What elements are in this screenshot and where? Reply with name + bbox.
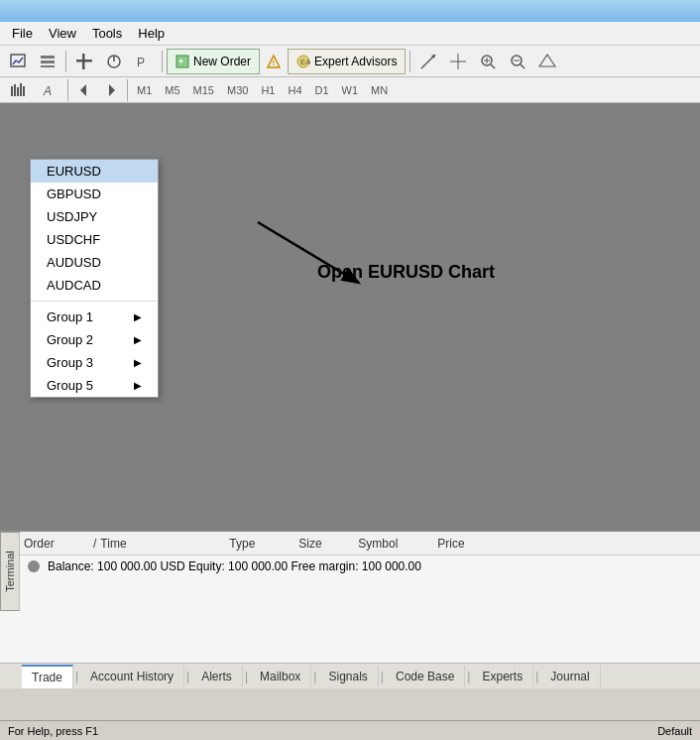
svg-rect-27	[11, 86, 13, 96]
tf-d1[interactable]: D1	[309, 81, 335, 99]
tf-arrow-left[interactable]	[71, 77, 97, 103]
col-time: Time	[100, 537, 229, 551]
balance-icon	[28, 560, 40, 572]
toolbar-period-sep[interactable]: P	[130, 49, 158, 74]
col-size: Size	[298, 537, 358, 551]
tf-arrow-right[interactable]	[98, 77, 124, 103]
sep-1: |	[73, 670, 80, 683]
chart-area: EURUSD GBPUSD USDJPY USDCHF AUDUSD AUDCA…	[0, 103, 700, 530]
tab-codebase[interactable]: Code Base	[386, 666, 465, 687]
sep-4: |	[311, 670, 318, 683]
terminal-label: Terminal	[4, 551, 16, 592]
tf-m15[interactable]: M15	[187, 81, 220, 99]
dropdown-audusd[interactable]: AUDUSD	[31, 251, 158, 274]
toolbar-new-chart[interactable]	[4, 49, 32, 74]
toolbar-crosshair[interactable]	[444, 49, 472, 74]
timeframe-bar: A M1 M5 M15 M30 H1 H4 D1 W1 MN	[0, 77, 700, 103]
toolbar-scroll[interactable]	[533, 49, 561, 74]
tab-alerts[interactable]: Alerts	[191, 666, 243, 687]
tf-m30[interactable]: M30	[221, 81, 254, 99]
tab-mailbox[interactable]: Mailbox	[250, 666, 311, 687]
dropdown-group3[interactable]: Group 3 ▶	[31, 351, 158, 374]
menu-view[interactable]: View	[41, 24, 84, 43]
title-bar	[0, 0, 700, 22]
dropdown-gbpusd[interactable]: GBPUSD	[31, 183, 158, 205]
svg-rect-29	[17, 87, 19, 96]
col-symbol: Symbol	[358, 537, 437, 551]
menu-bar: File View Tools Help	[0, 22, 700, 46]
dropdown-group2[interactable]: Group 2 ▶	[31, 328, 158, 351]
toolbar-zoom-in[interactable]	[70, 49, 98, 74]
dropdown-usdchf[interactable]: USDCHF	[31, 228, 158, 251]
sep-2: |	[184, 670, 191, 683]
tab-journal[interactable]: Journal	[540, 666, 600, 687]
sep-6: |	[465, 670, 472, 683]
svg-text:EA: EA	[300, 58, 310, 66]
svg-text:+: +	[178, 57, 183, 66]
tf-w1[interactable]: W1	[336, 81, 365, 99]
tf-mn[interactable]: MN	[365, 81, 394, 99]
bottom-panel: Order / Time Type Size Symbol Price Bala…	[0, 530, 700, 688]
dropdown-eurusd[interactable]: EURUSD	[31, 160, 158, 183]
bottom-tabs: Trade | Account History | Alerts | Mailb…	[0, 663, 700, 688]
symbol-dropdown: EURUSD GBPUSD USDJPY USDCHF AUDUSD AUDCA…	[30, 159, 159, 398]
menu-help[interactable]: Help	[130, 24, 173, 43]
col-type: Type	[229, 537, 298, 551]
tf-font-icon[interactable]: A	[37, 77, 64, 103]
tf-m5[interactable]: M5	[159, 81, 185, 99]
svg-text:!: !	[273, 59, 276, 67]
tab-trade[interactable]: Trade	[22, 665, 73, 688]
toolbar-profiles[interactable]	[34, 49, 61, 74]
tf-h4[interactable]: H4	[282, 81, 307, 99]
annotation-text: Open EURUSD Chart	[317, 262, 495, 283]
tab-experts[interactable]: Experts	[472, 666, 533, 687]
dropdown-sep	[31, 301, 158, 302]
toolbar: P + New Order ! EA Expert Advisors	[0, 46, 700, 77]
balance-text: Balance: 100 000.00 USD Equity: 100 000.…	[48, 559, 421, 573]
tf-h1[interactable]: H1	[255, 81, 281, 99]
annotation-arrow	[139, 212, 436, 331]
status-bar: For Help, press F1 Default	[0, 720, 700, 740]
tf-m1[interactable]: M1	[131, 81, 158, 99]
svg-rect-0	[11, 55, 25, 66]
menu-tools[interactable]: Tools	[84, 24, 130, 43]
svg-text:P: P	[137, 56, 145, 69]
svg-rect-31	[23, 86, 25, 96]
tab-account-history[interactable]: Account History	[80, 666, 184, 687]
toolbar-zoomout[interactable]	[504, 49, 531, 74]
svg-rect-1	[41, 56, 55, 59]
menu-file[interactable]: File	[4, 24, 41, 43]
toolbar-indicators[interactable]	[100, 49, 128, 74]
dropdown-group1[interactable]: Group 1 ▶	[31, 306, 158, 328]
sep-3: |	[243, 670, 250, 683]
svg-rect-28	[14, 84, 16, 96]
svg-line-35	[258, 222, 357, 282]
toolbar-line[interactable]	[414, 49, 442, 74]
balance-row: Balance: 100 000.00 USD Equity: 100 000.…	[0, 555, 700, 577]
svg-marker-33	[80, 84, 86, 96]
sep-5: |	[379, 670, 386, 683]
dropdown-usdjpy[interactable]: USDJPY	[31, 205, 158, 228]
table-header: Order / Time Type Size Symbol Price	[0, 532, 700, 555]
sep1	[65, 51, 66, 72]
expert-advisors-label: Expert Advisors	[314, 55, 397, 68]
terminal-side-tab[interactable]: Terminal	[0, 532, 20, 611]
new-order-label: New Order	[193, 55, 251, 68]
dropdown-audcad[interactable]: AUDCAD	[31, 274, 158, 297]
tf-icon[interactable]	[4, 77, 32, 103]
toolbar-alert[interactable]: !	[262, 49, 286, 74]
svg-line-20	[491, 64, 495, 68]
col-price: Price	[437, 537, 517, 551]
expert-advisors-button[interactable]: EA Expert Advisors	[288, 49, 406, 74]
svg-rect-5	[82, 54, 85, 69]
tab-signals[interactable]: Signals	[318, 666, 378, 687]
toolbar-zoom[interactable]	[474, 49, 502, 74]
sep-7: |	[533, 670, 540, 683]
col-divider: /	[93, 537, 96, 551]
status-left: For Help, press F1	[8, 725, 657, 737]
new-order-button[interactable]: + New Order	[167, 49, 260, 74]
tf-sep1	[67, 79, 68, 101]
dropdown-group5[interactable]: Group 5 ▶	[31, 374, 158, 397]
sep3	[409, 51, 410, 72]
tf-sep2	[127, 79, 128, 101]
